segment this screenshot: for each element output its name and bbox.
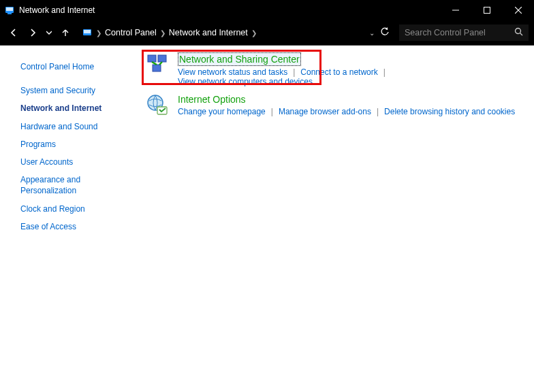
category-title-internet-options[interactable]: Internet Options xyxy=(178,93,246,105)
refresh-button[interactable] xyxy=(380,27,390,39)
app-icon xyxy=(4,5,15,16)
link-view-network-status[interactable]: View network status and tasks xyxy=(178,67,287,77)
sidebar-item-clock-region[interactable]: Clock and Region xyxy=(0,200,140,218)
category-network-sharing: Network and Sharing Center View network … xyxy=(145,52,522,86)
link-connect-to-network[interactable]: Connect to a network xyxy=(300,67,377,77)
svg-rect-2 xyxy=(7,13,12,14)
sidebar-item-appearance[interactable]: Appearance and Personalization xyxy=(0,171,95,199)
internet-options-icon xyxy=(145,93,171,119)
address-bar[interactable]: ❯ Control Panel ❯ Network and Internet ❯… xyxy=(76,24,396,41)
separator: | xyxy=(378,67,391,77)
chevron-right-icon[interactable]: ❯ xyxy=(94,29,104,37)
svg-rect-11 xyxy=(148,55,156,62)
search-icon xyxy=(514,27,523,38)
sidebar: Control Panel Home System and Security N… xyxy=(0,46,140,392)
chevron-right-icon[interactable]: ❯ xyxy=(158,29,168,37)
forward-button[interactable] xyxy=(25,24,41,41)
address-dropdown-button[interactable]: ⌄ xyxy=(369,29,375,37)
category-internet-options: Internet Options Change your homepage | … xyxy=(145,93,522,119)
sidebar-item-system-security[interactable]: System and Security xyxy=(0,82,140,99)
sidebar-item-ease-of-access[interactable]: Ease of Access xyxy=(0,218,140,235)
window-titlebar: Network and Internet xyxy=(0,0,534,20)
network-sharing-icon xyxy=(145,52,171,78)
svg-rect-1 xyxy=(6,7,13,11)
recent-locations-button[interactable] xyxy=(44,24,54,41)
main-panel: Network and Sharing Center View network … xyxy=(140,46,534,392)
link-change-homepage[interactable]: Change your homepage xyxy=(178,107,266,116)
svg-rect-13 xyxy=(153,65,161,71)
svg-point-9 xyxy=(516,29,521,34)
svg-rect-4 xyxy=(484,7,490,14)
search-placeholder: Search Control Panel xyxy=(405,28,486,37)
breadcrumb-seg-network-internet[interactable]: Network and Internet xyxy=(168,28,249,37)
link-view-network-computers[interactable]: View network computers and devices xyxy=(178,77,313,86)
breadcrumb-seg-control-panel[interactable]: Control Panel xyxy=(104,28,158,37)
sidebar-item-hardware-sound[interactable]: Hardware and Sound xyxy=(0,118,140,135)
separator: | xyxy=(266,107,279,116)
link-manage-addons[interactable]: Manage browser add-ons xyxy=(279,107,371,116)
separator: | xyxy=(371,107,384,116)
svg-line-10 xyxy=(520,33,523,36)
sidebar-item-user-accounts[interactable]: User Accounts xyxy=(0,153,140,171)
maximize-button[interactable] xyxy=(471,0,503,20)
search-input[interactable]: Search Control Panel xyxy=(399,24,529,41)
sidebar-home-link[interactable]: Control Panel Home xyxy=(0,58,140,82)
minimize-button[interactable] xyxy=(440,0,471,20)
separator: | xyxy=(287,67,300,77)
window-title: Network and Internet xyxy=(19,5,95,15)
chevron-right-icon[interactable]: ❯ xyxy=(249,29,259,37)
navigation-bar: ❯ Control Panel ❯ Network and Internet ❯… xyxy=(0,20,534,45)
svg-rect-8 xyxy=(84,30,91,33)
up-button[interactable] xyxy=(57,24,74,41)
address-icon xyxy=(80,27,94,38)
close-button[interactable] xyxy=(503,0,534,20)
sidebar-item-network-internet[interactable]: Network and Internet xyxy=(0,99,140,117)
link-delete-history[interactable]: Delete browsing history and cookies xyxy=(384,107,515,116)
svg-rect-12 xyxy=(158,55,166,62)
back-button[interactable] xyxy=(5,24,22,41)
category-title-network-sharing[interactable]: Network and Sharing Center xyxy=(178,52,301,66)
sidebar-item-programs[interactable]: Programs xyxy=(0,135,140,153)
